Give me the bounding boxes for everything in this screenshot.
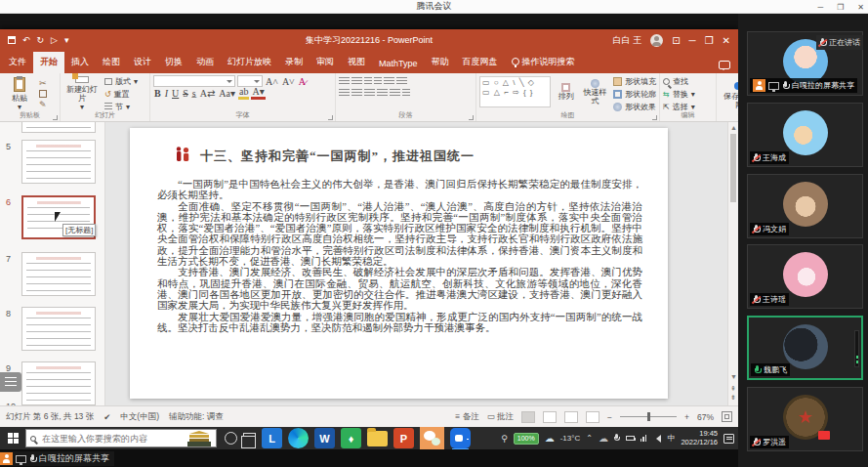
find-button[interactable]: 查找	[663, 76, 713, 87]
temperature[interactable]: -13°C	[560, 434, 581, 443]
arrange-button[interactable]: 排列	[555, 76, 577, 107]
new-slide-button[interactable]: 新建幻灯片▾	[63, 76, 101, 111]
volume-icon[interactable]	[652, 435, 661, 443]
taskbar-clock[interactable]: 19:45 2022/12/16	[681, 430, 718, 446]
tab-transitions[interactable]: 切换	[158, 52, 189, 73]
meeting-maximize-button[interactable]: ❐	[837, 3, 844, 12]
zoom-slider[interactable]	[620, 416, 677, 417]
cut-icon[interactable]: ✂	[39, 78, 47, 88]
shape-fill-button[interactable]: 形状填充	[613, 76, 656, 87]
tab-view[interactable]: 视图	[341, 52, 372, 73]
task-view-icon[interactable]	[243, 433, 256, 444]
tab-record[interactable]: 录制	[278, 52, 310, 73]
clear-format-icon[interactable]: A̷	[298, 76, 307, 87]
quick-styles-button[interactable]: 快速样式	[581, 76, 609, 107]
thumbnail-slide-4-partial[interactable]	[0, 122, 105, 138]
bold-button[interactable]: B	[153, 88, 162, 99]
font-size-combo[interactable]	[237, 75, 263, 87]
tab-draw[interactable]: 绘图	[96, 52, 127, 73]
accessibility-status[interactable]: 辅助功能: 调查	[169, 411, 224, 423]
taskbar-app-l-icon[interactable]: L	[262, 428, 282, 448]
align-center-icon[interactable]	[351, 89, 362, 98]
underline-button[interactable]: U	[171, 88, 180, 99]
vertical-scrollbar[interactable]: ▲ ▼ ⇞⇟	[727, 122, 738, 405]
wechat-icon[interactable]	[420, 427, 444, 449]
line-spacing-icon[interactable]	[384, 77, 394, 86]
scroll-up-icon[interactable]: ▲	[730, 124, 737, 131]
font-dialog-launcher[interactable]	[328, 115, 333, 120]
powerpoint-taskbar-icon[interactable]: P	[393, 428, 414, 448]
zoom-out-button[interactable]: −	[607, 412, 612, 422]
justify-icon[interactable]	[377, 89, 388, 98]
increase-font-icon[interactable]: A˄	[265, 76, 279, 87]
tab-file[interactable]: 文件	[2, 52, 33, 73]
zoom-level[interactable]: 67%	[697, 412, 714, 422]
language-indicator[interactable]: 中文(中国)	[120, 411, 159, 423]
video-tile[interactable]: ★ 罗洪遥	[747, 387, 863, 451]
power-plug-icon[interactable]: ⚲	[501, 434, 508, 444]
tray-expand-icon[interactable]: ⌃	[586, 434, 593, 443]
strikethrough-button[interactable]: S	[182, 88, 189, 99]
layout-button[interactable]: 版式 ▾	[104, 76, 138, 87]
tray-battery-icon[interactable]	[626, 436, 635, 441]
highlight-color-button[interactable]: ab	[238, 86, 249, 100]
tab-baidu-netdisk[interactable]: 百度网盘	[456, 52, 505, 73]
tray-mic-icon[interactable]	[614, 434, 620, 443]
search-input[interactable]	[40, 433, 167, 445]
notification-center-icon[interactable]	[723, 434, 734, 444]
thumbnail-slide-6-selected[interactable]: 6	[0, 195, 105, 244]
italic-button[interactable]: I	[164, 88, 169, 99]
taskbar-search-box[interactable]	[25, 429, 217, 447]
comments-icon[interactable]	[719, 61, 730, 69]
ribbon-display-options-icon[interactable]: ⊡	[672, 35, 680, 46]
zoom-in-button[interactable]: +	[684, 412, 689, 422]
ime-indicator[interactable]: 中	[667, 433, 675, 444]
decrease-font-icon[interactable]: A˅	[281, 76, 296, 87]
slide-sorter-view-button[interactable]	[543, 411, 557, 423]
cortana-icon[interactable]	[225, 432, 237, 445]
start-button[interactable]	[0, 427, 25, 449]
weather-cloud-icon[interactable]: ☁	[545, 433, 555, 444]
thumbnail-slide-8[interactable]: 8	[0, 307, 105, 356]
decrease-indent-icon[interactable]	[364, 77, 372, 86]
paragraph-dialog-launcher[interactable]	[469, 115, 474, 120]
copy-icon[interactable]	[39, 90, 47, 98]
ppt-minimize-button[interactable]: ─	[689, 35, 696, 46]
paste-button[interactable]: 粘贴▾	[3, 76, 36, 111]
tab-insert[interactable]: 插入	[64, 52, 96, 73]
edge-browser-icon[interactable]	[288, 428, 309, 448]
comments-button[interactable]: ▭ 批注	[487, 411, 514, 423]
shape-outline-button[interactable]: 形状轮廓	[613, 89, 656, 100]
zoom-slider-thumb[interactable]	[647, 412, 650, 421]
shadow-button[interactable]: s̲	[191, 88, 197, 99]
video-tile-speaking[interactable]: 魏鹏飞	[747, 316, 863, 380]
increase-indent-icon[interactable]	[374, 77, 382, 86]
tencent-meeting-taskbar-icon[interactable]	[450, 428, 471, 448]
align-left-icon[interactable]	[339, 89, 350, 98]
account-avatar[interactable]	[650, 34, 663, 47]
ppt-close-button[interactable]: ✕	[723, 35, 730, 46]
word-icon[interactable]: W	[314, 428, 335, 448]
shapes-gallery[interactable]: ▭ ○ △ \ ╲ ◇▭ △ ⌐ ⇨ { }	[479, 76, 551, 107]
reading-view-button[interactable]	[564, 411, 578, 423]
video-tile[interactable]: 王海成	[747, 103, 863, 167]
battery-percent-badge[interactable]: 100%	[514, 433, 539, 445]
columns-icon[interactable]	[390, 89, 400, 98]
drawing-dialog-launcher[interactable]	[652, 115, 657, 120]
ppt-restore-button[interactable]: ❐	[705, 35, 714, 46]
replace-button[interactable]: ⇆替换 ▾	[663, 89, 713, 100]
scroll-down-icon[interactable]: ▼	[730, 373, 737, 380]
numbering-icon[interactable]	[351, 77, 362, 86]
clipboard-dialog-launcher[interactable]	[53, 115, 58, 120]
scrollbar-thumb[interactable]	[730, 134, 736, 202]
slide[interactable]: 十三、坚持和完善“一国两制”，推进祖国统一 “一国两制”是中国特色社会主义的伟大…	[130, 128, 668, 399]
meeting-close-button[interactable]: ✕	[857, 3, 864, 12]
format-painter-icon[interactable]: ✎	[39, 100, 47, 109]
thumbnail-slide-10[interactable]: 10	[0, 399, 105, 405]
tab-review[interactable]: 审阅	[310, 52, 341, 73]
font-color-button[interactable]: A▾	[251, 86, 265, 100]
normal-view-button[interactable]	[521, 411, 535, 423]
thumbnail-slide-7[interactable]: 7	[0, 252, 105, 301]
align-right-icon[interactable]	[364, 89, 375, 98]
video-tile[interactable]: 王诗瑶	[747, 244, 863, 309]
